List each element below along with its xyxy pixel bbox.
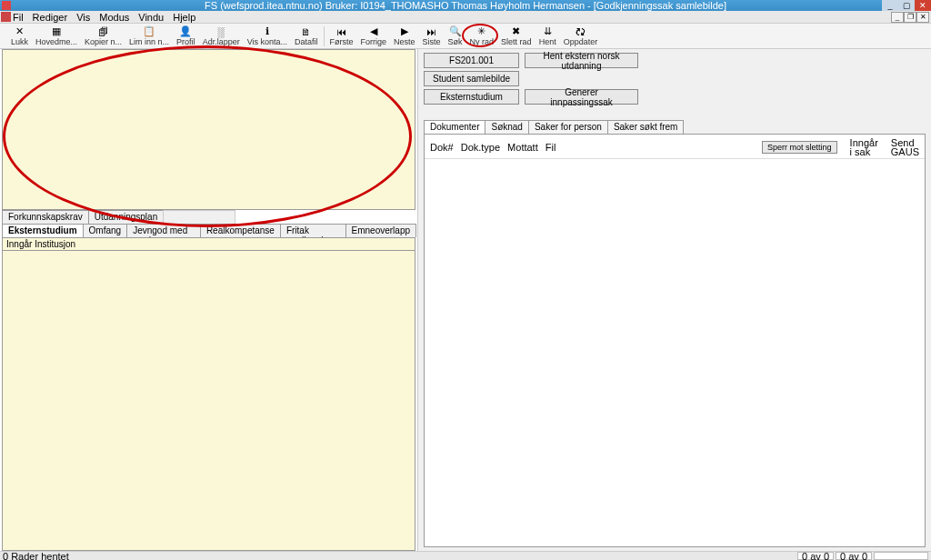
toolbar-label: Profil	[176, 37, 195, 46]
mdi-minimize-button[interactable]: _	[891, 12, 904, 23]
nyrad-icon: ✳	[475, 26, 489, 37]
toolbar-oppdater[interactable]: 🗘Oppdater	[560, 25, 602, 48]
tab-utdanningsplan[interactable]: Utdanningsplan	[88, 210, 165, 224]
toolbar-hovedme[interactable]: ▦Hovedme...	[32, 25, 81, 48]
mdi-close-button[interactable]: ✕	[916, 12, 929, 23]
main-record-area[interactable]	[2, 49, 415, 210]
left-panel: ForkunnskapskravUtdanningsplan Eksternst…	[0, 49, 418, 551]
doc-tab-sakerforperson[interactable]: Saker for person	[528, 120, 608, 135]
fs-id-button[interactable]: FS201.001	[424, 53, 519, 68]
viskonta-icon: ℹ	[260, 26, 275, 37]
toolbar-profil[interactable]: 👤Profil	[173, 25, 199, 48]
tabs-row-lower: EksternstudiumOmfangJevngod med gradReal…	[2, 224, 415, 237]
toolbar-liminnn[interactable]: 📋Lim inn n...	[125, 25, 173, 48]
window-title: FS (wefsprod.itea.ntnu.no) Bruker: I0194…	[205, 0, 726, 11]
frste-icon: ⏮	[335, 26, 349, 37]
toolbar-label: Kopier n...	[85, 37, 122, 46]
profil-icon: 👤	[178, 26, 193, 37]
tab-realkompetanse[interactable]: Realkompetanse	[200, 224, 281, 237]
status-empty-cell	[874, 552, 928, 560]
menu-vindu[interactable]: Vindu	[138, 12, 164, 23]
toolbar-adrlapper[interactable]: ░Adr.lapper	[199, 25, 244, 48]
menu-fil[interactable]: Fil	[13, 12, 24, 23]
tab-emneoverlapp[interactable]: Emneoverlapp	[345, 224, 416, 237]
col-mottatt: Mottatt	[507, 142, 538, 153]
menu-modus[interactable]: Modus	[99, 12, 129, 23]
tab-eksternstudium[interactable]: Eksternstudium	[2, 224, 84, 237]
doc-tab-sknad[interactable]: Søknad	[485, 120, 528, 135]
neste-icon: ▶	[397, 26, 412, 37]
menu-hjelp[interactable]: Hjelp	[173, 12, 195, 23]
status-counter-2: 0 av 0	[836, 552, 872, 560]
maximize-button[interactable]: ▢	[898, 0, 915, 11]
document-body: Dok# Dok.type Mottatt Fil Sperr mot slet…	[424, 134, 926, 547]
oppdater-icon: 🗘	[573, 26, 587, 37]
toolbar-siste[interactable]: ⏭Siste	[419, 25, 445, 48]
toolbar-neste[interactable]: ▶Neste	[390, 25, 419, 48]
datafil-icon: 🗎	[299, 26, 314, 37]
tabs-row-upper: ForkunnskapskravUtdanningsplan	[2, 210, 415, 224]
eksternstudium-button[interactable]: Eksternstudium	[424, 89, 519, 105]
toolbar-label: Slett rad	[501, 37, 532, 46]
toolbar-label: Datafil	[295, 37, 318, 46]
toolbar-sk[interactable]: 🔍Søk	[445, 25, 466, 48]
menu-bar: Fil Rediger Vis Modus Vindu Hjelp _ ❐ ✕	[0, 11, 931, 24]
student-samlebilde-button[interactable]: Student samlebilde	[424, 71, 519, 86]
doc-tab-dokumenter[interactable]: Dokumenter	[424, 120, 486, 135]
toolbar-lukk[interactable]: ✕Lukk	[7, 25, 32, 48]
hent-icon: ⇊	[540, 26, 555, 37]
adrlapper-icon: ░	[214, 26, 228, 37]
toolbar-label: Forrige	[361, 37, 387, 46]
toolbar-hent[interactable]: ⇊Hent	[536, 25, 560, 48]
sperr-mot-sletting-button[interactable]: Sperr mot sletting	[762, 141, 837, 154]
tab-forkunnskapskrav[interactable]: Forkunnskapskrav	[2, 210, 89, 224]
app-small-icon	[1, 12, 11, 22]
send-gaus-col-header: Send GAUS	[891, 138, 919, 156]
toolbar-label: Første	[330, 37, 354, 46]
title-bar: FS (wefsprod.itea.ntnu.no) Bruker: I0194…	[0, 0, 931, 11]
toolbar-nyrad[interactable]: ✳Ny rad	[466, 25, 498, 48]
doc-tab-sakersktfrem[interactable]: Saker søkt frem	[607, 120, 685, 135]
toolbar-label: Hent	[539, 37, 556, 46]
kopiern-icon: 🗐	[96, 26, 111, 37]
app-icon	[2, 1, 11, 10]
col-doktype: Dok.type	[461, 142, 500, 153]
toolbar-label: Hovedme...	[35, 37, 77, 46]
tab-jevngodmedgrad[interactable]: Jevngod med grad	[126, 224, 201, 237]
status-counter-1: 0 av 0	[797, 552, 834, 560]
sk-icon: 🔍	[448, 26, 463, 37]
toolbar-label: Neste	[394, 37, 415, 46]
minimize-button[interactable]: _	[882, 0, 898, 11]
status-bar: 0 Rader hentet 0 av 0 0 av 0	[0, 551, 931, 560]
slettrad-icon: ✖	[509, 26, 524, 37]
toolbar-slettrad[interactable]: ✖Slett rad	[497, 25, 536, 48]
close-button[interactable]: ✕	[915, 0, 931, 11]
menu-rediger[interactable]: Rediger	[33, 12, 68, 23]
mdi-restore-button[interactable]: ❐	[904, 12, 916, 23]
toolbar-label: Ny rad	[470, 37, 495, 46]
toolbar-frste[interactable]: ⏮Første	[326, 25, 357, 48]
sub-grid-body[interactable]	[2, 251, 415, 551]
status-text: 0 Rader hentet	[3, 551, 69, 561]
menu-vis[interactable]: Vis	[76, 12, 90, 23]
tab-blank[interactable]	[163, 210, 235, 224]
i-sak-label: i sak	[850, 147, 878, 156]
generer-innpassingssak-button[interactable]: Generer innpassingssak	[525, 89, 638, 105]
hent-ekstern-button[interactable]: Hent ekstern norsk utdanning	[525, 53, 638, 68]
toolbar-forrige[interactable]: ◀Forrige	[357, 25, 391, 48]
toolbar-label: Oppdater	[564, 37, 598, 46]
gaus-label: GAUS	[891, 147, 919, 156]
col-dok: Dok#	[430, 142, 454, 153]
siste-icon: ⏭	[425, 26, 439, 37]
right-panel: FS201.001 Hent ekstern norsk utdanning S…	[418, 49, 931, 551]
sub-grid-header: Inngår Institusjon	[2, 237, 415, 251]
toolbar-datafil[interactable]: 🗎Datafil	[291, 25, 322, 48]
toolbar-viskonta[interactable]: ℹVis konta...	[244, 25, 291, 48]
toolbar-kopiern[interactable]: 🗐Kopier n...	[81, 25, 125, 48]
liminnn-icon: 📋	[142, 26, 156, 37]
tab-fritakvurdkomb[interactable]: Fritak vurdkomb	[280, 224, 346, 237]
tab-omfang[interactable]: Omfang	[83, 224, 128, 237]
toolbar-label: Søk	[448, 37, 463, 46]
toolbar-label: Adr.lapper	[203, 37, 240, 46]
lukk-icon: ✕	[13, 26, 27, 37]
